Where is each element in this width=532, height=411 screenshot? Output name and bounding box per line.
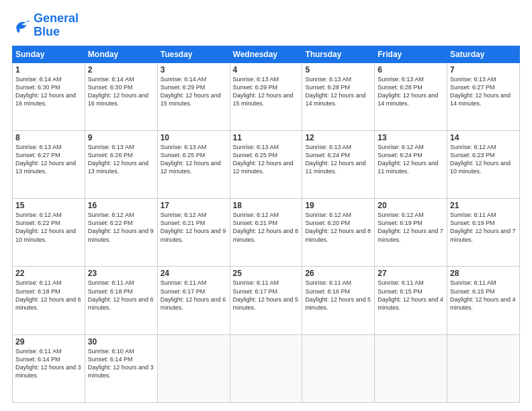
empty-cell xyxy=(230,334,302,402)
day-number: 6 xyxy=(378,65,444,75)
logo: General Blue xyxy=(12,12,79,39)
logo-blue: Blue xyxy=(34,25,60,38)
day-number: 10 xyxy=(161,133,227,142)
day-number: 2 xyxy=(88,65,154,75)
day-number: 20 xyxy=(378,201,444,210)
day-info: Sunrise: 6:11 AMSunset: 6:14 PMDaylight:… xyxy=(15,347,82,380)
day-number: 27 xyxy=(378,269,444,278)
day-number: 21 xyxy=(450,201,517,210)
day-cell-24: 24Sunrise: 6:11 AMSunset: 6:17 PMDayligh… xyxy=(157,267,230,334)
day-info: Sunrise: 6:11 AMSunset: 6:17 PMDaylight:… xyxy=(233,279,300,312)
day-cell-18: 18Sunrise: 6:12 AMSunset: 6:21 PMDayligh… xyxy=(230,199,302,267)
day-number: 7 xyxy=(450,65,517,75)
day-header-wednesday: Wednesday xyxy=(230,46,302,62)
day-cell-27: 27Sunrise: 6:11 AMSunset: 6:15 PMDayligh… xyxy=(375,267,447,334)
day-info: Sunrise: 6:13 AMSunset: 6:28 PMDaylight:… xyxy=(378,75,444,108)
day-cell-11: 11Sunrise: 6:13 AMSunset: 6:25 PMDayligh… xyxy=(230,130,302,198)
day-cell-13: 13Sunrise: 6:12 AMSunset: 6:24 PMDayligh… xyxy=(375,130,447,198)
calendar-week-5: 29Sunrise: 6:11 AMSunset: 6:14 PMDayligh… xyxy=(13,334,520,402)
empty-cell xyxy=(302,334,375,402)
day-info: Sunrise: 6:13 AMSunset: 6:27 PMDaylight:… xyxy=(15,143,82,176)
day-number: 4 xyxy=(233,65,300,75)
day-number: 5 xyxy=(305,65,371,75)
day-cell-26: 26Sunrise: 6:11 AMSunset: 6:16 PMDayligh… xyxy=(302,267,375,334)
day-cell-23: 23Sunrise: 6:11 AMSunset: 6:18 PMDayligh… xyxy=(85,267,157,334)
day-cell-16: 16Sunrise: 6:12 AMSunset: 6:22 PMDayligh… xyxy=(85,199,157,267)
day-info: Sunrise: 6:11 AMSunset: 6:19 PMDaylight:… xyxy=(450,211,517,244)
day-cell-15: 15Sunrise: 6:12 AMSunset: 6:22 PMDayligh… xyxy=(13,199,85,267)
calendar-week-3: 15Sunrise: 6:12 AMSunset: 6:22 PMDayligh… xyxy=(13,199,520,267)
day-number: 22 xyxy=(15,269,82,278)
day-info: Sunrise: 6:12 AMSunset: 6:21 PMDaylight:… xyxy=(161,211,227,244)
day-header-tuesday: Tuesday xyxy=(157,46,230,62)
day-cell-28: 28Sunrise: 6:11 AMSunset: 6:15 PMDayligh… xyxy=(447,267,520,334)
day-cell-8: 8Sunrise: 6:13 AMSunset: 6:27 PMDaylight… xyxy=(13,130,85,198)
day-header-sunday: Sunday xyxy=(13,46,85,62)
day-info: Sunrise: 6:12 AMSunset: 6:24 PMDaylight:… xyxy=(378,143,444,176)
day-header-friday: Friday xyxy=(375,46,447,62)
day-cell-4: 4Sunrise: 6:13 AMSunset: 6:29 PMDaylight… xyxy=(230,62,302,130)
day-cell-17: 17Sunrise: 6:12 AMSunset: 6:21 PMDayligh… xyxy=(157,199,230,267)
day-number: 18 xyxy=(233,201,300,210)
day-info: Sunrise: 6:12 AMSunset: 6:20 PMDaylight:… xyxy=(305,211,371,244)
day-info: Sunrise: 6:11 AMSunset: 6:15 PMDaylight:… xyxy=(450,279,517,312)
page: General Blue SundayMondayTuesdayWednesda… xyxy=(0,0,532,411)
day-info: Sunrise: 6:13 AMSunset: 6:29 PMDaylight:… xyxy=(233,75,300,108)
day-number: 14 xyxy=(450,133,517,142)
empty-cell xyxy=(447,334,520,402)
day-info: Sunrise: 6:14 AMSunset: 6:29 PMDaylight:… xyxy=(161,75,227,108)
day-cell-22: 22Sunrise: 6:11 AMSunset: 6:18 PMDayligh… xyxy=(13,267,85,334)
calendar-week-4: 22Sunrise: 6:11 AMSunset: 6:18 PMDayligh… xyxy=(13,267,520,334)
day-cell-1: 1Sunrise: 6:14 AMSunset: 6:30 PMDaylight… xyxy=(13,62,85,130)
day-number: 17 xyxy=(161,201,227,210)
day-info: Sunrise: 6:13 AMSunset: 6:25 PMDaylight:… xyxy=(233,143,300,176)
day-number: 3 xyxy=(161,65,227,75)
day-cell-20: 20Sunrise: 6:12 AMSunset: 6:19 PMDayligh… xyxy=(375,199,447,267)
day-cell-7: 7Sunrise: 6:13 AMSunset: 6:27 PMDaylight… xyxy=(447,62,520,130)
day-info: Sunrise: 6:13 AMSunset: 6:28 PMDaylight:… xyxy=(305,75,371,108)
day-number: 8 xyxy=(15,133,82,142)
day-info: Sunrise: 6:12 AMSunset: 6:21 PMDaylight:… xyxy=(233,211,300,244)
calendar-header-row: SundayMondayTuesdayWednesdayThursdayFrid… xyxy=(13,46,520,62)
calendar-week-1: 1Sunrise: 6:14 AMSunset: 6:30 PMDaylight… xyxy=(13,62,520,130)
day-info: Sunrise: 6:14 AMSunset: 6:30 PMDaylight:… xyxy=(88,75,154,108)
empty-cell xyxy=(375,334,447,402)
day-cell-25: 25Sunrise: 6:11 AMSunset: 6:17 PMDayligh… xyxy=(230,267,302,334)
day-cell-10: 10Sunrise: 6:13 AMSunset: 6:25 PMDayligh… xyxy=(157,130,230,198)
day-number: 29 xyxy=(15,337,82,347)
day-number: 13 xyxy=(378,133,444,142)
day-number: 19 xyxy=(305,201,371,210)
day-cell-29: 29Sunrise: 6:11 AMSunset: 6:14 PMDayligh… xyxy=(13,334,85,402)
day-cell-14: 14Sunrise: 6:12 AMSunset: 6:23 PMDayligh… xyxy=(447,130,520,198)
day-info: Sunrise: 6:10 AMSunset: 6:14 PMDaylight:… xyxy=(88,347,154,380)
day-number: 12 xyxy=(305,133,371,142)
day-cell-5: 5Sunrise: 6:13 AMSunset: 6:28 PMDaylight… xyxy=(302,62,375,130)
day-number: 9 xyxy=(88,133,154,142)
day-info: Sunrise: 6:13 AMSunset: 6:25 PMDaylight:… xyxy=(161,143,227,176)
day-info: Sunrise: 6:11 AMSunset: 6:17 PMDaylight:… xyxy=(161,279,227,312)
day-header-monday: Monday xyxy=(85,46,157,62)
day-number: 30 xyxy=(88,337,154,347)
day-cell-30: 30Sunrise: 6:10 AMSunset: 6:14 PMDayligh… xyxy=(85,334,157,402)
day-number: 24 xyxy=(161,269,227,278)
day-cell-12: 12Sunrise: 6:13 AMSunset: 6:24 PMDayligh… xyxy=(302,130,375,198)
day-info: Sunrise: 6:12 AMSunset: 6:22 PMDaylight:… xyxy=(88,211,154,244)
day-cell-6: 6Sunrise: 6:13 AMSunset: 6:28 PMDaylight… xyxy=(375,62,447,130)
day-number: 1 xyxy=(15,65,82,75)
empty-cell xyxy=(157,334,230,402)
day-cell-3: 3Sunrise: 6:14 AMSunset: 6:29 PMDaylight… xyxy=(157,62,230,130)
day-number: 16 xyxy=(88,201,154,210)
day-number: 23 xyxy=(88,269,154,278)
day-cell-2: 2Sunrise: 6:14 AMSunset: 6:30 PMDaylight… xyxy=(85,62,157,130)
day-info: Sunrise: 6:12 AMSunset: 6:22 PMDaylight:… xyxy=(15,211,82,244)
day-number: 28 xyxy=(450,269,517,278)
day-info: Sunrise: 6:13 AMSunset: 6:27 PMDaylight:… xyxy=(450,75,517,108)
day-header-saturday: Saturday xyxy=(447,46,520,62)
day-info: Sunrise: 6:12 AMSunset: 6:23 PMDaylight:… xyxy=(450,143,517,176)
day-number: 15 xyxy=(15,201,82,210)
calendar-table: SundayMondayTuesdayWednesdayThursdayFrid… xyxy=(12,46,520,403)
day-info: Sunrise: 6:11 AMSunset: 6:18 PMDaylight:… xyxy=(15,279,82,312)
day-cell-9: 9Sunrise: 6:13 AMSunset: 6:26 PMDaylight… xyxy=(85,130,157,198)
day-number: 11 xyxy=(233,133,300,142)
day-info: Sunrise: 6:13 AMSunset: 6:24 PMDaylight:… xyxy=(305,143,371,176)
